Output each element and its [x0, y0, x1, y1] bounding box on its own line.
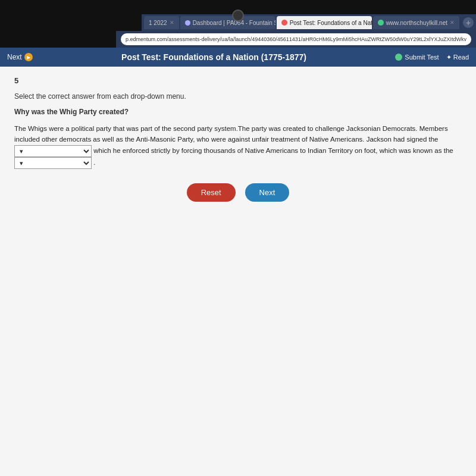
tab-bar: 1 2022 ✕ Dashboard | PA064 - Fountain S.…: [142, 14, 476, 31]
url-text: p.edmentum.com/assessments-delivery/ua/l…: [126, 36, 466, 42]
question-number: 5: [14, 76, 462, 85]
tab-1-close[interactable]: ✕: [170, 20, 174, 26]
toolbar-next-label: Next: [7, 53, 22, 61]
toolbar-right: Submit Test ✦ Read: [395, 54, 469, 61]
read-label: ✦ Read: [446, 54, 469, 61]
new-tab-button[interactable]: +: [463, 17, 474, 28]
tab-3[interactable]: Post Test: Foundations of a Nati ✕: [277, 16, 372, 29]
toolbar-title: Post Test: Foundations of a Nation (1775…: [40, 52, 389, 62]
dropdown-1[interactable]: ▾ Indian Removal Act Trail of Tears Act …: [14, 145, 92, 157]
button-row: Reset Next: [14, 183, 462, 202]
toolbar-next-button[interactable]: Next ▶: [7, 53, 33, 61]
submit-circle-icon: [395, 54, 402, 61]
passage-text: The Whigs were a political party that wa…: [14, 123, 462, 169]
dropdown-2[interactable]: ▾ Trail of Tears Indian Territory Walk F…: [14, 157, 92, 169]
tab-1-label: 1 2022: [149, 20, 167, 26]
next-button[interactable]: Next: [245, 183, 290, 202]
tab-2-label: Dashboard | PA064 - Fountain S.: [193, 20, 275, 26]
passage-part2: which he enforced strictly by forcing th…: [93, 147, 453, 154]
main-content: 5 Select the correct answer from each dr…: [0, 67, 476, 476]
question-text: Why was the Whig Party created?: [14, 108, 462, 116]
address-bar-row: p.edmentum.com/assessments-delivery/ua/l…: [116, 31, 476, 48]
tab-4[interactable]: www.northschuylkill.net ✕: [373, 16, 459, 29]
tab-3-favicon: [281, 20, 287, 26]
tab-2-favicon: [185, 20, 190, 26]
tab-4-close[interactable]: ✕: [450, 20, 455, 26]
tab-1[interactable]: 1 2022 ✕: [144, 16, 179, 29]
tab-4-favicon: [378, 20, 384, 26]
submit-label: Submit Test: [405, 54, 439, 61]
next-arrow-icon: ▶: [24, 53, 33, 61]
reset-button[interactable]: Reset: [187, 183, 236, 202]
tab-2[interactable]: Dashboard | PA064 - Fountain S. ✕: [180, 16, 275, 29]
instruction-text: Select the correct answer from each drop…: [14, 92, 462, 101]
submit-test-button[interactable]: Submit Test: [395, 54, 439, 61]
read-aloud-button[interactable]: ✦ Read: [446, 54, 469, 61]
app-toolbar: Next ▶ Post Test: Foundations of a Natio…: [0, 48, 476, 67]
address-bar[interactable]: p.edmentum.com/assessments-delivery/ua/l…: [121, 33, 471, 45]
passage-part3: .: [93, 159, 95, 166]
tab-4-label: www.northschuylkill.net: [386, 20, 447, 26]
tab-3-label: Post Test: Foundations of a Nati: [290, 20, 372, 26]
passage-part1: The Whigs were a political party that wa…: [14, 125, 448, 143]
